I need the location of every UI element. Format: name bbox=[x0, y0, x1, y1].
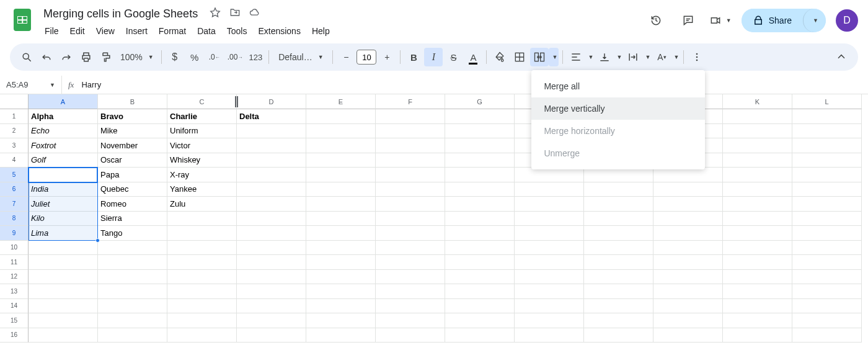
cell-F7[interactable] bbox=[376, 197, 445, 212]
cell-K8[interactable] bbox=[723, 212, 792, 226]
column-resize-handle[interactable] bbox=[234, 96, 239, 107]
cell-K7[interactable] bbox=[723, 197, 792, 212]
column-header-D[interactable]: D bbox=[237, 94, 306, 109]
cell-H11[interactable] bbox=[515, 255, 584, 270]
row-header-8[interactable]: 8 bbox=[0, 212, 29, 226]
text-wrap-dropdown[interactable]: ▼ bbox=[642, 48, 651, 66]
cell-G5[interactable] bbox=[445, 168, 515, 182]
cell-F12[interactable] bbox=[376, 270, 445, 285]
column-header-G[interactable]: G bbox=[445, 94, 515, 109]
row-header-7[interactable]: 7 bbox=[0, 197, 29, 212]
cell-I7[interactable] bbox=[584, 197, 653, 212]
cell-J5[interactable] bbox=[653, 168, 723, 182]
menu-format[interactable]: Format bbox=[154, 24, 191, 38]
more-toolbar-icon[interactable] bbox=[688, 48, 706, 66]
cell-C7[interactable]: Zulu bbox=[167, 197, 237, 212]
cell-I10[interactable] bbox=[584, 241, 653, 256]
cell-B16[interactable] bbox=[98, 328, 167, 343]
cell-K1[interactable] bbox=[723, 109, 792, 124]
currency-format-icon[interactable]: $ bbox=[166, 48, 184, 66]
cell-C2[interactable]: Uniform bbox=[167, 124, 237, 139]
cell-G7[interactable] bbox=[445, 197, 515, 212]
cell-J8[interactable] bbox=[653, 212, 723, 226]
cell-C8[interactable] bbox=[167, 212, 237, 226]
cell-A8[interactable]: Kilo bbox=[29, 212, 98, 226]
cell-H12[interactable] bbox=[515, 270, 584, 285]
borders-button[interactable] bbox=[510, 48, 529, 66]
cell-E1[interactable] bbox=[306, 109, 376, 124]
cell-B6[interactable]: Quebec bbox=[98, 182, 167, 197]
row-header-12[interactable]: 12 bbox=[0, 270, 29, 285]
cell-L10[interactable] bbox=[792, 241, 862, 256]
bold-button[interactable]: B bbox=[404, 48, 423, 66]
cell-K13[interactable] bbox=[723, 284, 792, 299]
cell-A2[interactable]: Echo bbox=[29, 124, 98, 139]
menu-edit[interactable]: Edit bbox=[65, 24, 90, 38]
cell-E7[interactable] bbox=[306, 197, 376, 212]
cell-C15[interactable] bbox=[167, 313, 237, 328]
cell-D2[interactable] bbox=[237, 124, 306, 139]
cell-L15[interactable] bbox=[792, 313, 862, 328]
cell-F4[interactable] bbox=[376, 153, 445, 168]
cell-A11[interactable] bbox=[29, 255, 98, 270]
cell-E8[interactable] bbox=[306, 212, 376, 226]
cell-L14[interactable] bbox=[792, 299, 862, 314]
cell-B3[interactable]: November bbox=[98, 138, 167, 153]
horizontal-align-dropdown[interactable]: ▼ bbox=[585, 48, 594, 66]
row-header-10[interactable]: 10 bbox=[0, 241, 29, 256]
cell-B7[interactable]: Romeo bbox=[98, 197, 167, 212]
cell-A9[interactable]: Lima bbox=[29, 226, 98, 241]
cell-I14[interactable] bbox=[584, 299, 653, 314]
cell-F11[interactable] bbox=[376, 255, 445, 270]
name-box[interactable]: A5:A9 ▼ bbox=[0, 76, 62, 94]
cell-A10[interactable] bbox=[29, 241, 98, 256]
cell-D7[interactable] bbox=[237, 197, 306, 212]
column-header-A[interactable]: A bbox=[29, 94, 98, 109]
row-header-1[interactable]: 1 bbox=[0, 109, 29, 124]
cell-H14[interactable] bbox=[515, 299, 584, 314]
cell-A12[interactable] bbox=[29, 270, 98, 285]
paint-format-icon[interactable] bbox=[97, 48, 115, 66]
cell-J11[interactable] bbox=[653, 255, 723, 270]
cell-K9[interactable] bbox=[723, 226, 792, 241]
decrease-decimal-icon[interactable]: .0← bbox=[205, 48, 224, 66]
text-wrap-button[interactable] bbox=[624, 48, 642, 66]
cell-B9[interactable]: Tango bbox=[98, 226, 167, 241]
cell-B5[interactable]: Papa bbox=[98, 168, 167, 182]
cell-B14[interactable] bbox=[98, 299, 167, 314]
row-header-14[interactable]: 14 bbox=[0, 299, 29, 314]
cell-J15[interactable] bbox=[653, 313, 723, 328]
text-color-button[interactable]: A bbox=[464, 48, 482, 66]
fill-color-button[interactable] bbox=[490, 48, 509, 66]
cell-B13[interactable] bbox=[98, 284, 167, 299]
cell-F15[interactable] bbox=[376, 313, 445, 328]
cell-E3[interactable] bbox=[306, 138, 376, 153]
strikethrough-button[interactable]: S bbox=[444, 48, 463, 66]
cell-L12[interactable] bbox=[792, 270, 862, 285]
cell-C9[interactable] bbox=[167, 226, 237, 241]
cell-D13[interactable] bbox=[237, 284, 306, 299]
text-rotation-button[interactable]: A▾ bbox=[652, 48, 671, 66]
cell-K6[interactable] bbox=[723, 182, 792, 197]
video-call-button[interactable]: ▼ bbox=[709, 14, 732, 27]
cell-L9[interactable] bbox=[792, 226, 862, 241]
cell-D8[interactable] bbox=[237, 212, 306, 226]
cell-H6[interactable] bbox=[515, 182, 584, 197]
cell-I12[interactable] bbox=[584, 270, 653, 285]
row-header-9[interactable]: 9 bbox=[0, 226, 29, 241]
row-header-5[interactable]: 5 bbox=[0, 168, 29, 182]
cell-J16[interactable] bbox=[653, 328, 723, 343]
row-header-6[interactable]: 6 bbox=[0, 182, 29, 197]
select-all-corner[interactable] bbox=[0, 94, 29, 109]
cell-D5[interactable] bbox=[237, 168, 306, 182]
cell-D4[interactable] bbox=[237, 153, 306, 168]
share-dropdown-arrow[interactable]: ▼ bbox=[803, 9, 826, 32]
cell-F14[interactable] bbox=[376, 299, 445, 314]
cell-D15[interactable] bbox=[237, 313, 306, 328]
cell-D1[interactable]: Delta bbox=[237, 109, 306, 124]
star-icon[interactable] bbox=[209, 6, 221, 22]
number-format-123[interactable]: 123 bbox=[246, 48, 265, 66]
cell-F3[interactable] bbox=[376, 138, 445, 153]
cell-G6[interactable] bbox=[445, 182, 515, 197]
comments-icon[interactable] bbox=[677, 9, 699, 32]
